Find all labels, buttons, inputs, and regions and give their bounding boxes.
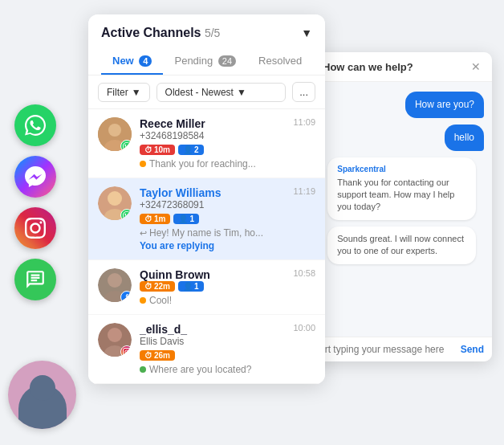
chat-header-title: How can we help?	[323, 61, 413, 73]
ellis-channel-badge	[120, 345, 132, 357]
ellis-right: 10:00	[283, 323, 315, 333]
ellis-tag-time: ⏱ 26m	[140, 350, 175, 361]
quinn-avatar: f	[98, 268, 132, 302]
reece-tag-time: ⏱ 10m	[140, 145, 175, 155]
taylor-channel-badge	[120, 209, 132, 220]
taylor-avatar	[98, 186, 132, 220]
whatsapp-icon[interactable]	[14, 104, 56, 146]
tab-pending[interactable]: Pending 24	[163, 48, 247, 75]
user-avatar-large	[8, 361, 76, 429]
more-options-button[interactable]: ...	[292, 82, 315, 102]
taylor-preview: Hey! My name is Tim, ho...	[149, 227, 263, 239]
chat-msg-3: Sparkcentral Thank you for contacting ou…	[327, 157, 476, 220]
ellis-preview-row: Where are you located?	[140, 364, 283, 375]
taylor-phone: +32472368091	[140, 199, 283, 210]
ellis-tags: ⏱ 26m	[140, 350, 283, 361]
svg-point-7	[108, 273, 122, 288]
quinn-name: Quinn Brown	[140, 268, 283, 281]
social-icons-list	[14, 104, 56, 300]
quinn-tags: ⏱ 22m 👤 1	[140, 281, 283, 292]
taylor-tag-count: 👤 1	[173, 214, 199, 224]
tab-new[interactable]: New 4	[101, 48, 163, 75]
filter-button[interactable]: Filter ▼	[98, 83, 150, 102]
conversation-item-ellis[interactable]: _ellis_d_ Ellis Davis ⏱ 26m Where are yo…	[88, 315, 325, 384]
quinn-time: 10:58	[293, 268, 315, 278]
taylor-body: Taylor Williams +32472368091 ⏱ 1m 👤 1 ↩ …	[140, 186, 283, 251]
pending-badge: 24	[218, 55, 236, 67]
reece-time: 11:09	[293, 117, 315, 127]
tab-resolved[interactable]: Resolved	[247, 48, 313, 75]
reece-phone: +32468198584	[140, 130, 283, 141]
taylor-preview-row: ↩ Hey! My name is Tim, ho... You are rep…	[140, 227, 283, 251]
conversation-item-quinn[interactable]: f Quinn Brown ⏱ 22m 👤 1 Cool! 10:58	[88, 260, 325, 315]
quinn-preview-row: Cool!	[140, 295, 283, 306]
panel-header: Active Channels 5/5 ▼ New 4 Pending 24 R…	[88, 14, 325, 76]
active-channels-panel: Active Channels 5/5 ▼ New 4 Pending 24 R…	[88, 14, 325, 384]
svg-point-10	[108, 328, 122, 342]
ellis-status-dot	[140, 366, 146, 373]
sort-button[interactable]: Oldest - Newest ▼	[156, 83, 287, 102]
chat-send-button[interactable]: Send	[461, 344, 484, 355]
quinn-body: Quinn Brown ⏱ 22m 👤 1 Cool!	[140, 268, 283, 306]
taylor-time: 11:19	[293, 186, 315, 196]
ellis-realname: Ellis Davis	[140, 336, 283, 347]
instagram-icon[interactable]	[14, 207, 56, 249]
reece-right: 11:09	[283, 117, 315, 127]
svg-point-4	[108, 191, 122, 206]
reece-name: Reece Miller	[140, 117, 283, 130]
taylor-name: Taylor Williams	[140, 186, 283, 199]
reece-preview: Thank you for reaching...	[149, 158, 256, 169]
chat-message-input[interactable]	[319, 344, 456, 355]
reece-tags: ⏱ 10m 👤 2	[140, 145, 283, 155]
filter-bar: Filter ▼ Oldest - Newest ▼ ...	[88, 76, 325, 109]
reece-avatar	[98, 117, 132, 151]
chat-messages-area: How are you? hello Sparkcentral Thank yo…	[311, 82, 492, 337]
channel-count: 5/5	[205, 27, 220, 39]
taylor-tag-time: ⏱ 1m	[140, 214, 170, 224]
panel-title-row: Active Channels 5/5 ▼	[101, 26, 312, 40]
reece-body: Reece Miller +32468198584 ⏱ 10m 👤 2 Than…	[140, 117, 283, 169]
ellis-time: 10:00	[293, 323, 315, 333]
ellis-username: _ellis_d_	[140, 323, 283, 336]
quinn-tag-time: ⏱ 22m	[140, 281, 175, 292]
conversation-list: Reece Miller +32468198584 ⏱ 10m 👤 2 Than…	[88, 109, 325, 384]
conversation-item-reece[interactable]: Reece Miller +32468198584 ⏱ 10m 👤 2 Than…	[88, 109, 325, 178]
reece-tag-count: 👤 2	[178, 145, 204, 155]
messenger-icon[interactable]	[14, 156, 56, 198]
chat-msg-4: Sounds great. I will now connect you to …	[327, 227, 476, 264]
taylor-right: 11:19	[283, 186, 315, 196]
new-badge: 4	[139, 55, 152, 67]
dropdown-arrow-icon[interactable]: ▼	[301, 27, 312, 39]
sort-arrow-icon: ▼	[237, 87, 246, 98]
quinn-status-dot	[140, 297, 146, 304]
reece-status-dot	[140, 161, 146, 167]
svg-point-1	[108, 124, 121, 137]
tab-bar: New 4 Pending 24 Resolved	[101, 48, 312, 75]
quinn-tag-count: 👤 1	[178, 281, 204, 292]
chat-msg-2: hello	[445, 125, 484, 151]
quinn-right: 10:58	[283, 268, 315, 278]
ellis-body: _ellis_d_ Ellis Davis ⏱ 26m Where are yo…	[140, 323, 283, 375]
panel-title: Active Channels 5/5	[101, 26, 220, 40]
chat-msg-1: How are you?	[405, 92, 484, 118]
sms-chat-icon[interactable]	[14, 259, 56, 300]
chat-widget-panel: How can we help? ✕ How are you? hello Sp…	[311, 52, 492, 361]
chat-widget-header: How can we help? ✕	[311, 52, 492, 82]
reece-preview-row: Thank you for reaching...	[140, 158, 283, 169]
taylor-reply: You are replying	[140, 240, 283, 251]
whatsapp-channel-badge	[120, 140, 132, 151]
chat-input-area: Send	[311, 337, 492, 361]
quinn-channel-badge: f	[120, 291, 132, 302]
chat-msg-3-sender: Sparkcentral	[337, 164, 466, 175]
ellis-avatar	[98, 323, 132, 357]
conversation-item-taylor[interactable]: Taylor Williams +32472368091 ⏱ 1m 👤 1 ↩ …	[88, 178, 325, 260]
filter-arrow-icon: ▼	[132, 87, 141, 98]
ellis-preview: Where are you located?	[149, 364, 251, 375]
taylor-tags: ⏱ 1m 👤 1	[140, 214, 283, 224]
chat-close-button[interactable]: ✕	[471, 60, 481, 73]
quinn-preview: Cool!	[149, 295, 172, 306]
